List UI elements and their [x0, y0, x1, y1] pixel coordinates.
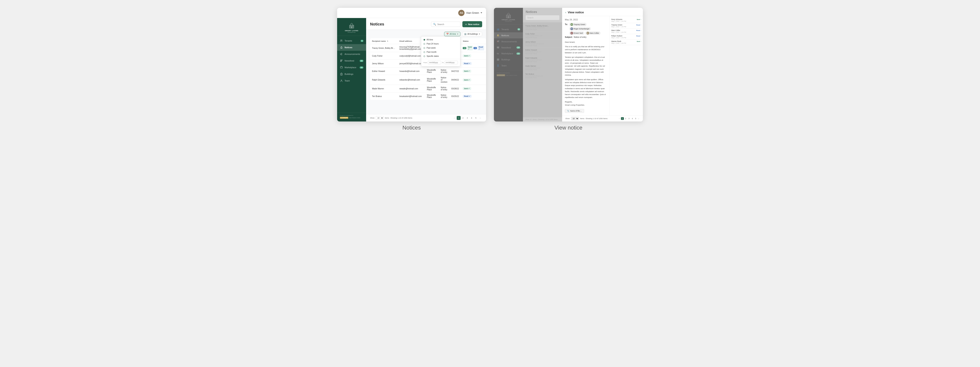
list-item-1: Cody Fisher codycodyf@hotmail.com Woodro…: [523, 32, 562, 40]
next-page-btn[interactable]: ›: [478, 116, 482, 120]
radio-all-time: [423, 39, 425, 41]
svg-rect-16: [508, 16, 509, 18]
app-window-view-notice: SMART LIVING PROPERTIES 👥Tenants 4 🔔Noti…: [494, 8, 643, 121]
nav-team-2: 👤Team: [494, 62, 523, 68]
option-past-month[interactable]: Past month: [421, 50, 460, 54]
people-icon-2: 👥: [497, 28, 500, 30]
attachment-pill[interactable]: 📎 Name-of-file-...: [565, 109, 584, 113]
avatar: AG: [458, 10, 465, 16]
list-item-2: Jenny Wilson jennyw0303@hotmail.com Wood…: [523, 40, 562, 48]
footer-designed-label: Designed & developed by: [340, 115, 363, 116]
status-read-badge: Read ✓: [477, 46, 484, 50]
tenants-badge: 4: [361, 40, 363, 42]
sidebar-item-tenants[interactable]: Tenants 4: [337, 37, 366, 44]
detail-page-2[interactable]: 2: [624, 117, 627, 120]
page-2-btn[interactable]: 2: [461, 116, 465, 120]
svg-rect-7: [340, 60, 343, 60]
footer-left: Show 10 25 50 Items Showing 1-10 of 1056…: [370, 116, 412, 120]
cell-building-6: Woodroffe Place: [425, 92, 439, 100]
sidebar-item-newsfeed[interactable]: Newsfeed 10: [337, 57, 366, 64]
sidebar-item-marketplace[interactable]: Marketplace 10: [337, 64, 366, 71]
list-footer: Show 10 • Items • Showing 1-10 of 1056 I…: [523, 117, 562, 121]
page-title: Notices: [370, 22, 384, 27]
all-time-filter-button[interactable]: 📅 All time: [444, 32, 460, 36]
detail-pagination: ‹ 1 2 3 4 5 ›: [618, 117, 640, 120]
option-past-24h[interactable]: Past 24 hours: [421, 42, 460, 46]
from-date-input[interactable]: [428, 61, 441, 64]
status-read-2: Read ✓: [463, 62, 472, 65]
sidebar-item-team[interactable]: Team: [337, 78, 366, 84]
sidebar-item-buildings[interactable]: Buildings: [337, 71, 366, 78]
detail-page-5[interactable]: 5: [634, 117, 637, 120]
cell-recipient-3: Esther Howard: [370, 67, 398, 75]
to-date-input[interactable]: [444, 61, 458, 64]
cell-subject-3: Notice of entry: [439, 67, 449, 75]
table-row[interactable]: Esther Howard howarde@hotmail.com Woodro…: [370, 67, 486, 75]
user-name: Alan Green: [466, 11, 479, 14]
body-para-2: Tenetur qui voluptatem voluptatum. Eos e…: [565, 56, 607, 76]
all-buildings-filter-button[interactable]: 🏢 All buildings: [462, 32, 482, 36]
detail-show-select[interactable]: 10: [571, 117, 579, 120]
chip-name-roger: Roger Schamberger: [574, 28, 590, 30]
li-building-6: Woodroffe Place: [525, 77, 560, 79]
all-time-label: All time: [450, 33, 456, 35]
rs-date-3: May 1, 2022 · 1:44 PM: [611, 37, 641, 38]
list-panel-title: Notices: [526, 10, 559, 14]
prev-page-btn[interactable]: ‹: [452, 116, 456, 120]
notices-screenshot-wrapper: AG Alan Green: [337, 8, 486, 131]
page-5-btn[interactable]: 5: [474, 116, 478, 120]
attachment-label: Name-of-file-...: [570, 110, 582, 112]
rs-name-1: Traycey Green: [611, 24, 622, 26]
new-notice-button[interactable]: + New notice: [462, 21, 482, 27]
detail-prev-btn[interactable]: ‹: [618, 117, 620, 120]
detail-page-4[interactable]: 4: [631, 117, 634, 120]
page-1-btn[interactable]: 1: [457, 116, 461, 120]
svg-rect-2: [350, 25, 351, 26]
svg-point-5: [342, 40, 342, 41]
new-notice-label: New notice: [468, 23, 479, 25]
nav-tenants-2: 👥Tenants 4: [494, 26, 523, 32]
rs-date-1: May 1, 2022 · 1:44 PM: [611, 26, 641, 28]
option-all-time[interactable]: All time: [421, 38, 460, 42]
table-row[interactable]: Teri Brakus braukasteri@hotmail.com Wood…: [370, 92, 486, 100]
college-name: ALGONQUIN: [340, 117, 348, 119]
col-recipient[interactable]: Recipient name ⇅: [370, 38, 398, 44]
user-dropdown-chevron: [480, 12, 482, 13]
rs-name-0: Perry Schumm: [611, 18, 622, 21]
rs-item-1: Traycey Green Read ↑ May 1, 2022 · 1:44 …: [611, 23, 641, 29]
option-past-week[interactable]: Past week: [421, 46, 460, 50]
body-para-3: Voluptatem quis nemo ad vitae quidem. Of…: [565, 78, 607, 99]
cell-email-4: edwardsr@hotmail.com: [398, 75, 425, 85]
feed-icon: [340, 59, 343, 62]
badge-2: 4: [517, 28, 520, 30]
rs-row-3: Robyn Hudson Read ↑: [611, 35, 641, 37]
svg-rect-13: [342, 74, 342, 74]
user-info[interactable]: AG Alan Green: [458, 10, 482, 16]
show-select[interactable]: 10 25 50: [376, 116, 384, 120]
sidebar-item-announcements[interactable]: Announcements: [337, 51, 366, 57]
cell-date-6: 03/25/22: [449, 92, 461, 100]
cell-email-6: braukasteri@hotmail.com: [398, 92, 425, 100]
chip-name-ernest: Ernest Yard: [574, 32, 583, 34]
list-item-5: Wade Warren wwade@hotmail.com Woodroffe …: [523, 64, 562, 72]
rs-date-0: May 1, 2022 · 1:44 PM: [611, 21, 641, 22]
table-row[interactable]: Wade Warren wwade@hotmail.com Woodroffe …: [370, 85, 486, 92]
back-arrow[interactable]: ‹: [565, 11, 566, 14]
svg-point-14: [341, 80, 342, 81]
cell-recipient-6: Teri Brakus: [370, 92, 398, 100]
megaphone-icon-2: 📢: [497, 40, 500, 43]
search-input[interactable]: [437, 23, 465, 25]
page-3-btn[interactable]: 3: [465, 116, 469, 120]
cell-status-4: Sent ✓: [461, 75, 486, 85]
sidebar-item-notices[interactable]: Notices: [337, 44, 366, 51]
table-row[interactable]: Ralph Edwards edwardsr@hotmail.com Woodr…: [370, 75, 486, 85]
cell-recipient-0: Tracey Green, Bobby Brown...: [370, 44, 398, 52]
detail-page-3[interactable]: 3: [628, 117, 630, 120]
page-4-btn[interactable]: 4: [469, 116, 474, 120]
search-box[interactable]: 🔍 ✕: [431, 22, 460, 27]
option-specific-dates[interactable]: Specific dates: [421, 54, 460, 58]
detail-page-1[interactable]: 1: [621, 117, 624, 120]
cell-status-1: Sent ✓: [461, 52, 486, 60]
detail-next-btn[interactable]: ›: [638, 117, 640, 120]
attachment-icon: 📎: [567, 110, 569, 112]
